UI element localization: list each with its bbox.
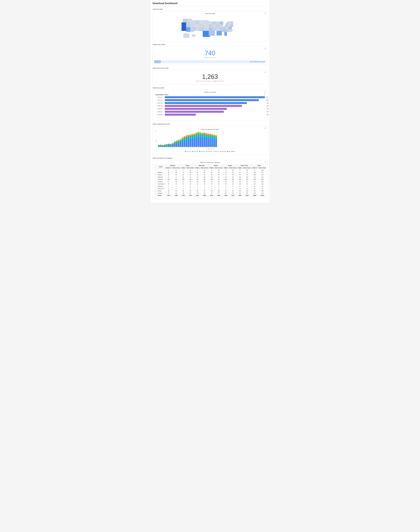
orders-total: 13444 [254,61,258,62]
th-d-orders-arrow: ▾ [170,167,171,169]
order-items-settings-icon[interactable]: ⚙ [265,71,266,73]
svg-rect-221 [209,134,211,134]
row-num: 1 [155,97,157,98]
svg-rect-17 [212,21,216,24]
th-t-orders: Orders [237,167,243,169]
svg-rect-145 [188,135,189,135]
svg-rect-85 [170,145,172,146]
svg-rect-4 [228,23,231,25]
row-num: 3 [155,103,157,104]
row-cell: 18 [223,183,228,185]
stacked-chart-container: Users acquired over time Users 250 0 [154,128,266,153]
table-row: 10110140180380200290130 [154,169,266,171]
row-cell: 68 [237,192,243,194]
row-cell: 19 [172,183,180,185]
row-cell: 29 [200,180,209,183]
chart-dropdown-icon[interactable]: ▾ [264,94,265,95]
row-cell: 32 [172,192,180,194]
legend-label: 70 or Above [229,151,235,152]
orders-by-month-settings-icon[interactable]: ⚙ [265,91,266,93]
row-state: Colorado [157,180,165,183]
row-cell: 19 [165,183,172,185]
svg-rect-175 [197,134,199,137]
th-d-orders[interactable]: Orders ▾ [165,167,172,169]
svg-rect-152 [190,134,191,135]
bar-chart-row: 3 2019-09 946 [155,102,265,104]
chart-header-created: Created Month [155,94,164,95]
svg-rect-41 [183,19,188,22]
legend-label: 60 to 69 [222,151,226,152]
row-cell: 28 [209,176,214,178]
svg-rect-135 [186,136,187,137]
orders-month-settings-icon[interactable]: ⚙ [265,48,266,50]
row-cell: 122 [237,190,243,192]
sales-table-footer: Totals1344139314341472123312832974309716… [154,194,266,197]
row-cell: 76 [214,192,223,194]
svg-rect-204 [205,135,207,136]
svg-rect-233 [213,136,215,136]
row-cell: 37 [258,187,266,190]
row-cell: 194 [251,171,258,174]
svg-rect-32 [199,28,204,31]
svg-rect-232 [213,136,215,137]
row-cell: 13 [243,187,251,190]
svg-rect-166 [194,134,195,134]
row-cell: 3 [228,187,237,190]
th-state: State ↑ [157,164,165,169]
th-tot-orders[interactable]: Orders ▾ [251,167,258,169]
row-cell: 5 [223,185,228,187]
row-cell: 11 [195,176,200,178]
svg-rect-198 [203,133,205,134]
row-cell: 134 [214,190,223,192]
svg-rect-70 [164,146,166,147]
svg-rect-156 [192,135,193,135]
th-state-sort[interactable]: ↑ [162,166,163,167]
row-cell: 59 [172,190,180,192]
row-cell: 28 [228,171,237,174]
sales-table-body: 101101401803802002901302Alabama252520202… [154,169,266,194]
orders-by-month-chart-title: Orders by month [154,91,266,93]
svg-rect-84 [170,146,172,147]
row-cell: 1 [200,185,209,187]
bar-chart-row: 8 [155,116,265,119]
svg-rect-126 [184,138,185,140]
row-cell: 64 [243,171,251,174]
users-map-settings-icon[interactable]: ⚙ [265,12,266,14]
row-cell: 13 [200,192,209,194]
row-bar [165,108,227,110]
row-cell: 20 [180,171,186,174]
row-value: 1151 [266,97,269,98]
row-cell: 535 [237,178,243,180]
svg-rect-124 [182,137,183,138]
row-num: 6 [154,180,157,183]
sales-table-settings-icon[interactable]: ⚙ [265,161,266,163]
svg-rect-21 [212,24,216,28]
totals-cell: 1344 [165,194,172,197]
map-chart-title: Users by state [154,13,266,15]
x-axis-label: Created Month [158,148,262,150]
svg-rect-230 [213,139,215,147]
svg-rect-239 [215,137,217,137]
sales-table-label: Sales by State and Category [153,157,267,159]
svg-rect-88 [170,144,172,144]
row-cell: 5 [209,187,214,190]
legend-dot [192,151,193,152]
svg-rect-226 [211,135,213,136]
row-state: Delaware [157,185,165,187]
users-over-time-settings-icon[interactable]: ⚙ [265,127,266,129]
svg-rect-195 [203,137,205,147]
svg-rect-50 [217,31,222,35]
stacked-bar-svg: January '16 April July October January '… [158,131,262,148]
legend-label: 50 to 59 [214,151,219,152]
svg-rect-180 [197,132,199,132]
th-so-orders: Orders [223,167,228,169]
row-cell: 25 [228,192,237,194]
table-row: 4Arkansas991611112828253333111122111122 [154,176,266,178]
row-cell: 122 [243,176,251,178]
order-items-card: ⚙ 1,263 Order Items this month ▲ 1,010 L… [153,70,267,85]
table-row: 10Florida5859656464641341345353122124472… [154,190,266,192]
legend-item: 60 to 69 [220,151,226,152]
users-over-time-label: Users acquired over time [153,123,267,125]
svg-rect-161 [194,136,195,138]
row-cell: 96 [251,183,258,185]
